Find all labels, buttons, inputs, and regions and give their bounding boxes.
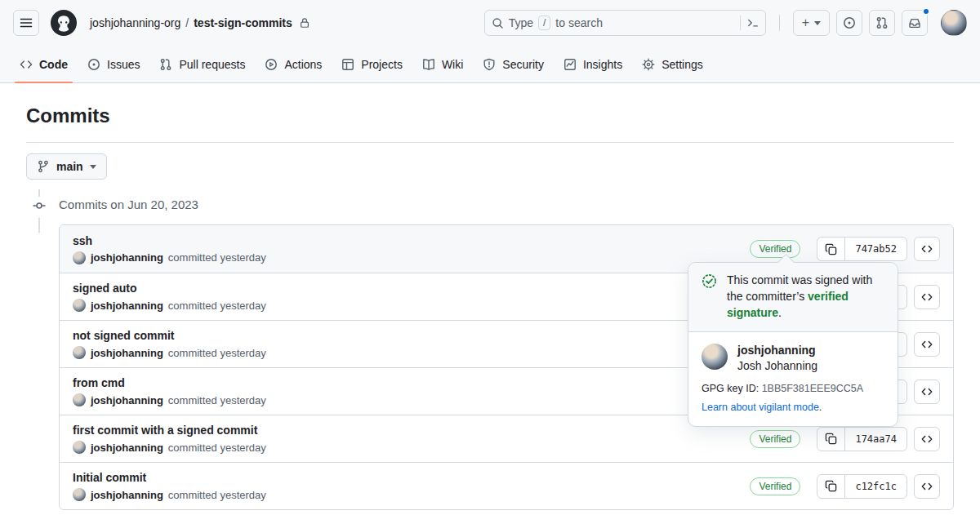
tab-code[interactable]: Code [11,46,76,82]
commit-author-link[interactable]: joshjohanning [91,394,163,406]
commit-title-link[interactable]: signed auto [73,282,266,295]
browse-code-button[interactable] [914,380,940,404]
tab-insights[interactable]: Insights [555,46,630,82]
signer-avatar[interactable] [702,344,728,370]
verified-badge[interactable]: Verified [750,477,800,495]
verified-check-icon [702,273,717,289]
hamburger-icon [20,16,33,29]
gpg-key-label: GPG key ID: [702,383,759,394]
tab-projects[interactable]: Projects [333,46,411,82]
git-pull-request-icon [159,58,172,71]
link-suffix: . [819,402,822,413]
tab-label: Code [39,58,68,71]
git-branch-icon [37,160,50,173]
user-avatar[interactable] [941,10,967,36]
commit-time: committed yesterday [168,300,266,312]
commit-author-link[interactable]: joshjohanning [91,489,163,501]
notification-dot [922,7,930,16]
signature-verification-popover: This commit was signed with the committe… [688,262,898,427]
divider [779,15,780,31]
search-placeholder-prefix: Type [509,16,533,29]
tab-issues[interactable]: Issues [79,46,148,82]
commit-author-link[interactable]: joshjohanning [91,442,163,454]
pull-requests-button[interactable] [869,10,895,36]
create-new-button[interactable]: + [793,10,830,36]
commit-sha-link[interactable]: 747ab52 [845,238,906,260]
table-icon [341,58,354,71]
global-header: joshjohanning-org / test-sign-commits Ty… [0,0,980,46]
shield-icon [483,58,496,71]
copy-sha-button[interactable] [817,428,845,451]
copy-sha-button[interactable] [817,238,845,260]
copy-sha-button[interactable] [817,475,845,498]
commit-date-group: Commits on Jun 20, 2023 [59,196,954,211]
gpg-key-line: GPG key ID: 1BB5F381EEE9CC5A [702,383,884,394]
code-icon [20,58,33,71]
breadcrumb-separator: / [185,16,189,29]
verified-badge[interactable]: Verified [750,430,800,448]
tab-pull-requests[interactable]: Pull requests [151,46,253,82]
issues-button[interactable] [836,10,862,36]
browse-code-button[interactable] [914,427,940,451]
author-avatar[interactable] [73,488,86,501]
popover-header: This commit was signed with the committe… [688,263,898,332]
browse-code-button[interactable] [914,474,940,499]
vigilant-mode-link[interactable]: Learn about vigilant mode [702,402,819,413]
gear-icon [642,58,655,71]
code-icon [921,386,933,397]
commit-author-link[interactable]: joshjohanning [91,251,163,264]
author-avatar[interactable] [73,299,86,312]
browse-code-button[interactable] [914,237,940,261]
message-prefix: This commit was signed with the committe… [727,273,872,303]
tab-label: Pull requests [179,58,245,71]
author-avatar[interactable] [73,251,86,264]
verified-badge[interactable]: Verified [750,240,800,258]
command-palette-button[interactable] [740,16,759,30]
commit-sha-link[interactable]: 174aa74 [845,428,906,451]
copy-icon [825,433,837,445]
header-actions: Type / to search + [484,10,967,36]
tab-label: Wiki [442,58,463,71]
repo-nav: Code Issues Pull requests Actions Projec… [0,46,980,83]
branch-selector[interactable]: main [26,153,107,180]
commit-title-link[interactable]: Initial commit [73,471,266,484]
hamburger-menu-button[interactable] [13,10,39,36]
search-icon [492,17,504,29]
command-palette-icon [747,17,759,29]
author-avatar[interactable] [73,441,86,454]
author-avatar[interactable] [73,346,86,359]
github-logo-icon[interactable] [51,10,77,36]
commit-title-link[interactable]: ssh [73,234,266,247]
commit-author-link[interactable]: joshjohanning [91,347,163,359]
browse-code-button[interactable] [914,332,940,357]
commit-title-link[interactable]: first commit with a signed commit [73,424,266,437]
book-icon [422,58,435,71]
git-pull-request-icon [875,16,889,29]
timeline-line [38,218,40,233]
divider [740,16,741,30]
commit-title-link[interactable]: from cmd [73,376,266,389]
commit-title-link[interactable]: not signed commit [73,329,266,342]
breadcrumb-org-link[interactable]: joshjohanning-org [90,16,180,29]
branch-name: main [56,160,83,173]
breadcrumb-repo-link[interactable]: test-sign-commits [194,16,292,29]
popover-body: joshjohanning Josh Johanning GPG key ID:… [688,332,898,426]
popover-message: This commit was signed with the committe… [727,273,884,322]
author-avatar[interactable] [73,393,86,406]
tab-actions[interactable]: Actions [256,46,330,82]
tab-settings[interactable]: Settings [634,46,711,82]
commit-sha-link[interactable]: c12fc1c [845,475,906,498]
commit-author-link[interactable]: joshjohanning [91,300,163,312]
chevron-down-icon [814,21,821,25]
signer-username[interactable]: joshjohanning [737,344,817,357]
tab-security[interactable]: Security [474,46,552,82]
tab-wiki[interactable]: Wiki [414,46,471,82]
divider [26,142,954,143]
tab-label: Actions [284,58,322,71]
commit-row[interactable]: Initial commit joshjohanning committed y… [60,462,953,509]
tab-label: Security [502,58,544,71]
inbox-icon [908,16,921,29]
search-input[interactable]: Type / to search [484,10,766,36]
browse-code-button[interactable] [914,285,940,309]
code-icon [921,339,933,350]
